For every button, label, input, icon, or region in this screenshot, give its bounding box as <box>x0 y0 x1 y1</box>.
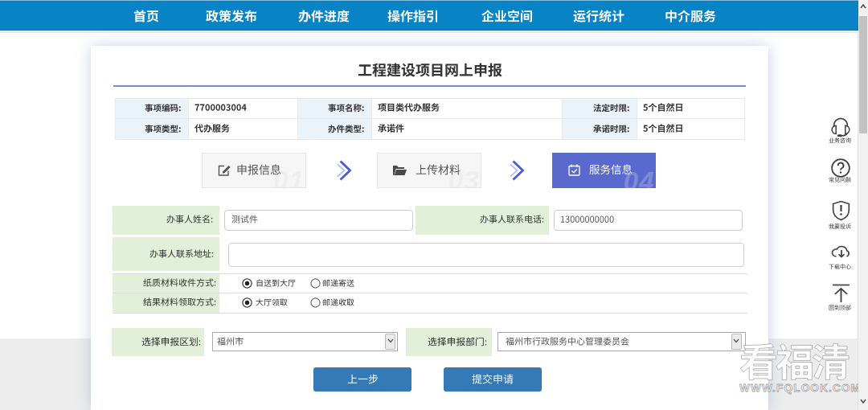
svg-text:WWW.FQLOOK.COM: WWW.FQLOOK.COM <box>739 382 861 394</box>
